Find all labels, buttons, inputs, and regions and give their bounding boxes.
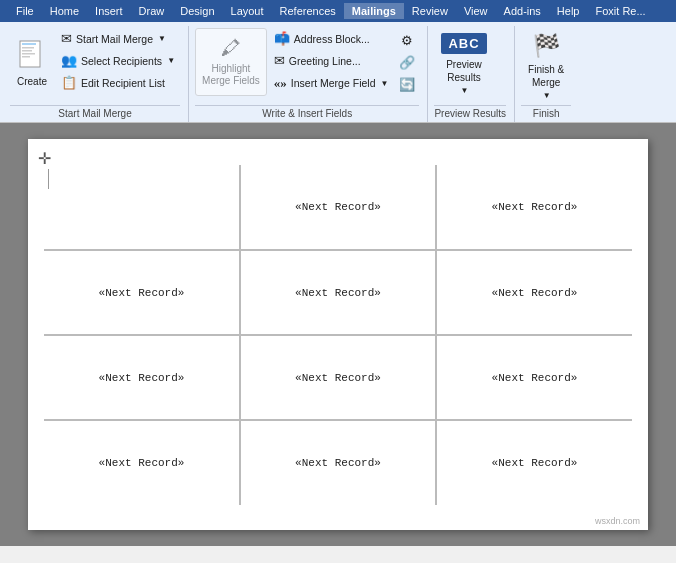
group-finish-content: 🏁 Finish &Merge ▼	[521, 26, 571, 105]
group-write-insert: 🖍 HighlightMerge Fields 📫 Address Block.…	[189, 26, 428, 122]
insert-merge-field-button[interactable]: «» Insert Merge Field ▼	[269, 72, 394, 94]
menu-mailings[interactable]: Mailings	[344, 3, 404, 19]
write-insert-small-btns: 📫 Address Block... ✉ Greeting Line... «»…	[269, 28, 394, 94]
page-cross-icon[interactable]: ✛	[38, 149, 51, 168]
menu-review[interactable]: Review	[404, 3, 456, 19]
group-start-mail-merge-content: Create ✉ Start Mail Merge ▼ 👥 Select Rec…	[10, 26, 180, 105]
ribbon: Create ✉ Start Mail Merge ▼ 👥 Select Rec…	[0, 22, 676, 123]
edit-recipient-list-icon: 📋	[61, 75, 77, 90]
merge-cell-0-2: «Next Record»	[436, 165, 632, 250]
start-merge-small-btns: ✉ Start Mail Merge ▼ 👥 Select Recipients…	[56, 28, 180, 93]
merge-cell-3-2: «Next Record»	[436, 420, 632, 505]
update-labels-button[interactable]: 🔄	[395, 74, 419, 95]
greeting-line-button[interactable]: ✉ Greeting Line...	[269, 50, 394, 71]
group-write-insert-content: 🖍 HighlightMerge Fields 📫 Address Block.…	[195, 26, 419, 105]
menu-layout[interactable]: Layout	[223, 3, 272, 19]
select-recipients-label: Select Recipients	[81, 55, 162, 67]
watermark: wsxdn.com	[595, 516, 640, 526]
svg-rect-3	[22, 50, 32, 52]
start-mail-merge-button[interactable]: ✉ Start Mail Merge ▼	[56, 28, 180, 49]
start-mail-merge-dropdown[interactable]: ▼	[158, 34, 166, 43]
merge-field-text: «Next Record»	[99, 287, 185, 299]
ribbon-content: Create ✉ Start Mail Merge ▼ 👥 Select Rec…	[0, 22, 676, 122]
menu-file[interactable]: File	[8, 3, 42, 19]
merge-cell-2-0: «Next Record»	[44, 335, 240, 420]
create-label: Create	[17, 76, 47, 87]
merge-cell-1-0: «Next Record»	[44, 250, 240, 335]
menu-addins[interactable]: Add-ins	[496, 3, 549, 19]
merge-field-text: «Next Record»	[295, 201, 381, 213]
svg-rect-2	[22, 47, 34, 49]
finish-merge-icon: 🏁	[533, 33, 560, 59]
group-preview-results: ABC PreviewResults ▼ Preview Results	[428, 26, 515, 122]
merge-cell-3-0: «Next Record»	[44, 420, 240, 505]
edit-recipient-list-label: Edit Recipient List	[81, 77, 165, 89]
merge-field-text: «Next Record»	[492, 457, 578, 469]
document-area: ✛ «Next Record» «Next Record» «Next Reco…	[0, 123, 676, 546]
edit-recipient-list-button[interactable]: 📋 Edit Recipient List	[56, 72, 180, 93]
merge-cell-1-1: «Next Record»	[240, 250, 436, 335]
preview-results-dropdown[interactable]: ▼	[461, 86, 469, 95]
preview-results-label: PreviewResults	[446, 58, 482, 84]
menu-design[interactable]: Design	[172, 3, 222, 19]
merge-grid: «Next Record» «Next Record» «Next Record…	[44, 165, 632, 505]
match-fields-button[interactable]: 🔗	[395, 52, 419, 73]
group-preview-results-label: Preview Results	[434, 105, 506, 122]
svg-rect-5	[22, 56, 30, 58]
start-mail-merge-label: Start Mail Merge	[76, 33, 153, 45]
merge-field-text: «Next Record»	[99, 457, 185, 469]
menu-foxit[interactable]: Foxit Re...	[587, 3, 653, 19]
finish-merge-dropdown[interactable]: ▼	[543, 91, 551, 100]
start-mail-merge-icon: ✉	[61, 31, 72, 46]
finish-merge-button[interactable]: 🏁 Finish &Merge ▼	[521, 28, 571, 105]
merge-field-text: «Next Record»	[295, 457, 381, 469]
highlight-icon: 🖍	[221, 37, 241, 60]
finish-merge-label: Finish &Merge	[528, 63, 564, 89]
update-labels-icon: 🔄	[399, 77, 415, 92]
highlight-merge-fields-button[interactable]: 🖍 HighlightMerge Fields	[195, 28, 267, 96]
select-recipients-dropdown[interactable]: ▼	[167, 56, 175, 65]
address-block-icon: 📫	[274, 31, 290, 46]
menu-bar: File Home Insert Draw Design Layout Refe…	[0, 0, 676, 22]
highlight-label: HighlightMerge Fields	[202, 63, 260, 87]
merge-field-text: «Next Record»	[492, 372, 578, 384]
rules-icon: ⚙	[401, 33, 413, 48]
merge-field-text: «Next Record»	[295, 287, 381, 299]
preview-results-icon: ABC	[441, 33, 486, 54]
match-fields-icon: 🔗	[399, 55, 415, 70]
insert-merge-field-dropdown[interactable]: ▼	[380, 79, 388, 88]
rules-button[interactable]: ⚙	[395, 30, 419, 51]
svg-rect-1	[22, 43, 36, 45]
insert-merge-field-label: Insert Merge Field	[291, 77, 376, 89]
merge-cell-3-1: «Next Record»	[240, 420, 436, 505]
group-start-mail-merge: Create ✉ Start Mail Merge ▼ 👥 Select Rec…	[4, 26, 189, 122]
group-write-insert-label: Write & Insert Fields	[195, 105, 419, 122]
address-block-button[interactable]: 📫 Address Block...	[269, 28, 394, 49]
group-finish-label: Finish	[521, 105, 571, 122]
group-preview-results-content: ABC PreviewResults ▼	[434, 26, 493, 105]
merge-cell-0-1: «Next Record»	[240, 165, 436, 250]
greeting-line-icon: ✉	[274, 53, 285, 68]
insert-merge-field-icon: «»	[274, 75, 287, 91]
address-block-label: Address Block...	[294, 33, 370, 45]
merge-field-text: «Next Record»	[492, 287, 578, 299]
document-page: ✛ «Next Record» «Next Record» «Next Reco…	[28, 139, 648, 530]
merge-cell-2-1: «Next Record»	[240, 335, 436, 420]
menu-insert[interactable]: Insert	[87, 3, 131, 19]
greeting-line-label: Greeting Line...	[289, 55, 361, 67]
create-button[interactable]: Create	[10, 28, 54, 98]
svg-rect-4	[22, 53, 35, 55]
menu-references[interactable]: References	[272, 3, 344, 19]
select-recipients-button[interactable]: 👥 Select Recipients ▼	[56, 50, 180, 71]
menu-draw[interactable]: Draw	[131, 3, 173, 19]
menu-home[interactable]: Home	[42, 3, 87, 19]
merge-field-text: «Next Record»	[295, 372, 381, 384]
preview-results-button[interactable]: ABC PreviewResults ▼	[434, 28, 493, 100]
merge-field-text: «Next Record»	[99, 372, 185, 384]
write-insert-icons: ⚙ 🔗 🔄	[395, 28, 419, 95]
menu-view[interactable]: View	[456, 3, 496, 19]
merge-cell-1-2: «Next Record»	[436, 250, 632, 335]
group-finish: 🏁 Finish &Merge ▼ Finish	[515, 26, 579, 122]
select-recipients-icon: 👥	[61, 53, 77, 68]
menu-help[interactable]: Help	[549, 3, 588, 19]
